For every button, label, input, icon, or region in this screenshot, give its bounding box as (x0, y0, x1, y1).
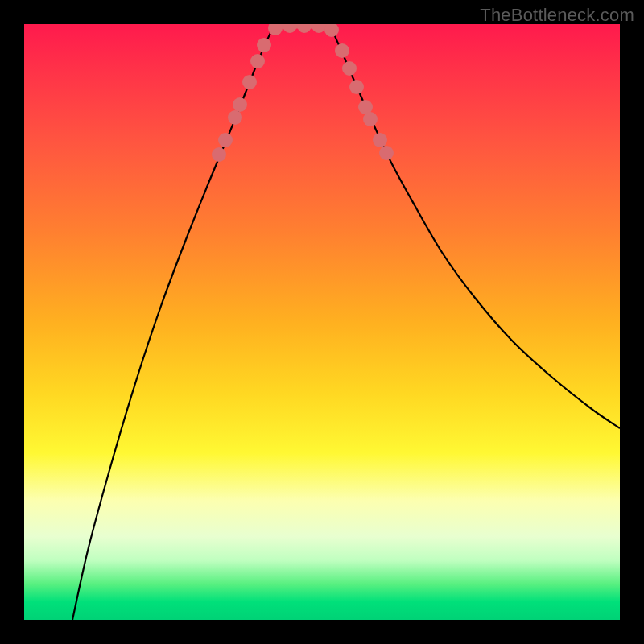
highlight-dot (228, 110, 242, 125)
highlight-dot (218, 133, 233, 147)
highlight-dot (233, 97, 247, 112)
highlight-dot (363, 112, 378, 126)
highlight-dot (283, 24, 297, 33)
highlight-dot (212, 147, 226, 162)
curve-left-branch (72, 26, 274, 620)
highlight-dot (342, 61, 357, 76)
highlight-dot (373, 133, 387, 147)
highlight-dot (250, 54, 265, 68)
curve-right-branch (330, 26, 620, 428)
highlight-dot (312, 24, 326, 33)
highlight-dot (242, 75, 257, 89)
watermark-text: TheBottleneck.com (480, 5, 634, 26)
highlight-dot (324, 24, 339, 37)
highlight-dot (297, 24, 312, 33)
chart-plot-area (24, 24, 620, 620)
chart-svg (24, 24, 620, 620)
highlight-dot (335, 43, 349, 58)
highlight-dot (349, 80, 364, 94)
highlight-dot (257, 38, 271, 52)
highlight-dot (379, 146, 394, 160)
